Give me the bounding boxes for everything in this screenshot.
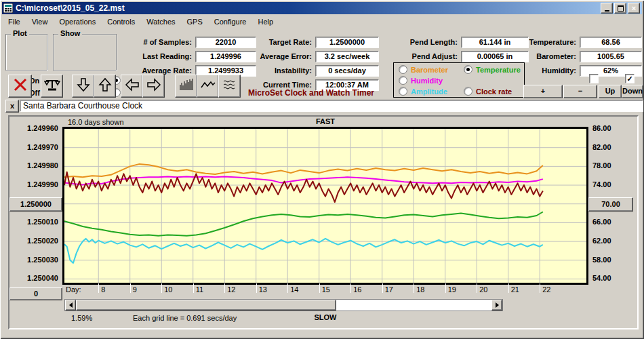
clear-name-button[interactable]: x xyxy=(5,100,19,113)
menu-configure[interactable]: Configure xyxy=(209,16,253,28)
scrollbar-track[interactable] xyxy=(336,300,491,311)
small-x-icon: x xyxy=(10,102,14,110)
plus-button[interactable]: + xyxy=(523,85,563,98)
clock-name-field[interactable]: Santa Barbara Courthouse Clock xyxy=(20,100,643,112)
plot-group-title: Plot xyxy=(11,29,29,37)
minimize-button[interactable] xyxy=(601,3,613,14)
show-group-title: Show xyxy=(58,29,82,37)
close-button[interactable]: × xyxy=(628,3,640,14)
menu-operations[interactable]: Operations xyxy=(54,16,102,28)
right-axis-tick: 78.00 xyxy=(592,161,611,170)
menu-controls[interactable]: Controls xyxy=(102,16,141,28)
wavy-lines-button[interactable] xyxy=(218,75,241,98)
fast-label: FAST xyxy=(64,117,586,125)
radio-label-clock-rate: Clock rate xyxy=(476,87,512,96)
radio-label-humidity: Humidity xyxy=(411,77,443,85)
scrollbar-thumb[interactable] xyxy=(76,300,336,311)
histogram-icon xyxy=(178,77,195,96)
horizontal-scrollbar[interactable] xyxy=(64,299,503,311)
menu-view[interactable]: View xyxy=(26,16,54,28)
day-axis-label: Day: xyxy=(66,285,81,294)
scrollbar-right-arrow[interactable] xyxy=(491,300,502,311)
instability-label: Instability: xyxy=(241,66,312,75)
arrow-down-button[interactable] xyxy=(72,75,94,98)
grid-stub xyxy=(350,283,351,293)
barometer-label: Barometer: xyxy=(503,52,576,60)
grid-stub xyxy=(540,283,540,293)
checkbox-1[interactable] xyxy=(589,74,599,83)
scrollbar-left-arrow[interactable] xyxy=(65,300,76,311)
arrow-left-icon xyxy=(124,77,140,96)
up-button[interactable]: Up xyxy=(599,85,622,98)
arrow-right-icon xyxy=(146,77,162,96)
zigzag-line-icon xyxy=(200,77,216,96)
title-bar[interactable]: C:\microset\2015_05_22.mst × xyxy=(2,2,642,14)
day-tick-label: 9 xyxy=(133,285,137,294)
balance-scale-button[interactable] xyxy=(41,75,63,98)
histogram-button[interactable] xyxy=(175,75,197,98)
right-triangle-icon xyxy=(496,302,499,308)
arrow-down-icon xyxy=(75,77,92,96)
average-rate-label: Average Rate: xyxy=(122,66,192,75)
radio-humidity[interactable]: Humidity xyxy=(399,76,443,85)
window-title: C:\microset\2015_05_22.mst xyxy=(16,3,601,13)
zigzag-line-button[interactable] xyxy=(197,75,219,98)
radio-label-barometer: Barometer xyxy=(411,66,448,74)
arrow-right-button[interactable] xyxy=(142,75,165,98)
day-tick-label: 14 xyxy=(290,285,298,294)
radio-dot-barometer[interactable] xyxy=(399,65,407,74)
day-tick-label: 12 xyxy=(227,285,235,294)
menu-watches[interactable]: Watches xyxy=(141,16,181,28)
radio-amplitude[interactable]: Amplitude xyxy=(399,87,447,96)
arrow-up-icon xyxy=(97,77,113,96)
left-axis-tick: 1.250020 xyxy=(7,237,58,245)
delete-x-button[interactable] xyxy=(8,75,32,98)
radio-dot-clock-rate[interactable] xyxy=(464,87,472,96)
grid-stub xyxy=(287,283,288,293)
right-axis-tick: 62.00 xyxy=(592,237,611,245)
plot-area xyxy=(62,127,588,285)
day-tick-label: 16 xyxy=(353,285,361,294)
down-button[interactable]: Down xyxy=(622,85,643,98)
radio-barometer[interactable]: Barometer xyxy=(399,65,448,74)
plot-groupbox: Plot OnOff xyxy=(5,34,47,71)
app-icon xyxy=(3,3,13,13)
target-rate-value[interactable]: 1.2500000 xyxy=(315,37,379,48)
plot-area-svg xyxy=(64,129,586,283)
right-axis-tick: 82.00 xyxy=(592,143,611,151)
radio-clock-rate[interactable]: Clock rate xyxy=(464,87,512,96)
arrow-up-button[interactable] xyxy=(94,75,116,98)
radio-label-amplitude: Amplitude xyxy=(411,87,447,96)
right-scale-button[interactable]: 70.00 xyxy=(588,197,633,212)
grid-stub xyxy=(477,283,477,293)
day-tick-label: 11 xyxy=(196,285,203,294)
radio-dot-humidity[interactable] xyxy=(399,76,407,85)
right-axis-tick: 86.00 xyxy=(592,124,611,132)
left-scale-button[interactable]: 1.250000 xyxy=(9,197,62,212)
delete-x-icon xyxy=(12,77,28,96)
grid-stub xyxy=(319,283,320,293)
radio-dot-temperature[interactable] xyxy=(464,65,472,74)
left-axis-tick: 1.249990 xyxy=(7,180,58,188)
checkbox-2[interactable]: ✓ xyxy=(625,74,635,83)
minimize-icon xyxy=(605,10,609,12)
radio-dot-amplitude[interactable] xyxy=(399,87,407,96)
menu-help[interactable]: Help xyxy=(253,16,280,28)
left-axis-tick: 1.250040 xyxy=(7,274,58,282)
day-tick-label: 21 xyxy=(511,285,519,294)
menu-bar: FileViewOperationsControlsWatchesGPSConf… xyxy=(3,15,641,27)
minus-button[interactable]: − xyxy=(563,85,597,98)
pend-length-label: Pend Length: xyxy=(386,38,458,46)
radio-temperature[interactable]: Temperature xyxy=(464,65,521,74)
grid-stub xyxy=(224,283,225,293)
offset-zero-button[interactable]: 0 xyxy=(9,287,62,300)
grid-stub xyxy=(193,283,194,293)
pend-adjust-label: Pend Adjust: xyxy=(386,52,458,60)
maximize-button[interactable] xyxy=(614,3,626,14)
right-axis-tick: 66.00 xyxy=(592,218,611,226)
arrow-left-button[interactable] xyxy=(121,75,143,98)
menu-file[interactable]: File xyxy=(3,16,26,28)
day-tick-label: 17 xyxy=(385,285,393,294)
menu-gps[interactable]: GPS xyxy=(182,16,209,28)
show-groupbox: Show RatesAverages xyxy=(53,34,117,71)
